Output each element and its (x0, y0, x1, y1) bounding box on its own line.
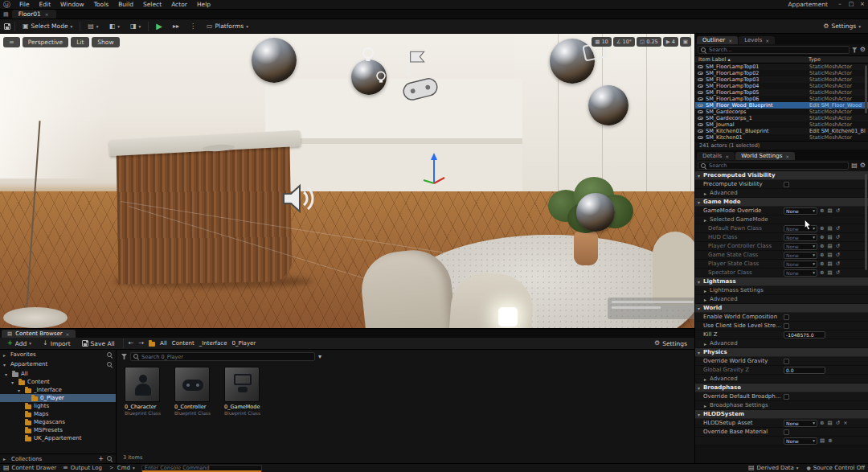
dropdown[interactable]: None▾ (784, 420, 817, 427)
cb-settings-button[interactable]: ⚙Settings (651, 339, 690, 349)
play-options-button[interactable]: ⋮ (186, 22, 199, 31)
snap-setting-badge[interactable]: ▶ 4 (663, 37, 678, 47)
visibility-eye-icon[interactable] (698, 97, 703, 101)
settings-row[interactable]: Precomputed Visibility ▾ (695, 171, 868, 180)
content-drawer-button[interactable]: ▤Content Drawer (3, 465, 56, 471)
outliner-row[interactable]: SM_FloorLampTop05 StaticMeshActor (695, 89, 868, 96)
viewport-options-button[interactable]: ≡ (3, 37, 20, 47)
settings-row[interactable]: Kill Z -1048575.0▾ -1048575.0 (695, 330, 868, 339)
lit-mode-dropdown[interactable]: Lit (71, 37, 89, 47)
number-input[interactable]: 0.0 (784, 367, 825, 374)
settings-row[interactable]: Override World Gravity ▾ (695, 357, 868, 366)
settings-row[interactable]: None▾ None (695, 437, 868, 445)
tree-folder-row[interactable]: 0_Player (0, 394, 116, 402)
snap-setting-badge[interactable]: ∠ 10° (613, 37, 635, 47)
settings-row[interactable]: Global Gravity Z 0.0▾ 0.0 (695, 366, 868, 375)
settings-row[interactable]: Broadphase Settings ▾ (695, 401, 868, 410)
snap-setting-badge[interactable]: ◲ 0.25 (637, 37, 661, 47)
layout-menu-icon[interactable]: ▤ (3, 11, 9, 18)
settings-row[interactable]: Spectator Class None▾ None (695, 269, 868, 277)
menu-item[interactable]: Select (139, 0, 166, 9)
expander-icon[interactable]: ▸ (3, 456, 8, 462)
settings-row[interactable]: Enable World Composition ▾ (695, 313, 868, 322)
add-button[interactable]: +Add▾ (4, 339, 35, 349)
asset-tile[interactable]: 0_Controller Blueprint Class (174, 367, 213, 416)
outliner-row[interactable]: SM_FloorLampTop03 StaticMeshActor (695, 76, 868, 83)
settings-row[interactable]: World ▾ (695, 304, 868, 313)
outliner-row[interactable]: SM_FloorLampTop01 StaticMeshActor (695, 64, 868, 70)
select-mode-dropdown[interactable]: ▣ Select Mode ▾ (19, 21, 76, 31)
property-action-icons[interactable] (820, 243, 841, 249)
settings-row[interactable]: Broadphase ▾ (695, 384, 868, 392)
checkbox[interactable] (784, 323, 789, 329)
reflection-capture-sphere[interactable] (588, 85, 628, 125)
breadcrumb-item[interactable]: _Interface (199, 340, 227, 347)
point-light-sprite[interactable] (498, 307, 518, 326)
close-icon[interactable]: × (66, 331, 70, 337)
tab-details[interactable]: Details× (697, 152, 735, 160)
column-item-label[interactable]: Item Label ▴ (698, 56, 809, 63)
property-action-icons[interactable] (820, 261, 841, 267)
maximize-viewport-button[interactable]: ▣ (680, 37, 691, 47)
breadcrumb-item[interactable]: All (160, 340, 167, 347)
asset-thumbnail[interactable] (125, 367, 160, 402)
details-search-input[interactable]: Search (698, 162, 849, 170)
asset-tile[interactable]: 0_Character Blueprint Class (125, 367, 163, 416)
settings-row[interactable]: Advanced ▾ (695, 375, 868, 384)
add-collection-icon[interactable]: + (98, 456, 104, 462)
dropdown[interactable]: None▾ (784, 269, 817, 277)
source-control-button[interactable]: ●Source Control Off (807, 465, 865, 471)
close-button[interactable]: × (857, 0, 868, 9)
search-icon[interactable] (107, 352, 113, 358)
settings-row[interactable]: Precompute Visibility ▾ (695, 180, 868, 189)
light-bulb-sprite-icon[interactable] (373, 69, 389, 87)
search-icon[interactable] (107, 362, 113, 367)
show-flags-dropdown[interactable]: Show (92, 37, 119, 47)
close-icon[interactable]: × (728, 38, 732, 43)
close-tab-icon[interactable]: × (45, 12, 49, 17)
dropdown[interactable]: None▾ (784, 252, 817, 259)
outliner-row[interactable]: SM_Journal StaticMeshActor (695, 121, 868, 128)
settings-row[interactable]: HLODSetup Asset None▾ None (695, 419, 868, 428)
filter-icon[interactable] (121, 354, 127, 359)
visibility-eye-icon[interactable] (698, 117, 703, 120)
tree-folder-row[interactable]: Maps (0, 410, 116, 418)
details-scrollbar[interactable] (865, 174, 867, 270)
expander-icon[interactable]: ▾ (18, 388, 23, 393)
settings-row[interactable]: Default Pawn Class None▾ None (695, 224, 868, 233)
frame-skip-button[interactable]: ▸▸ (170, 22, 182, 31)
settings-row[interactable]: Player State Class None▾ None (695, 260, 868, 269)
settings-row[interactable]: HUD Class None▾ None (695, 233, 868, 242)
outliner-scrollbar[interactable] (865, 65, 867, 113)
light-bulb-sprite-icon[interactable] (358, 45, 378, 66)
outliner-search-input[interactable]: Search... (698, 46, 850, 54)
asset-search-input[interactable]: Search 0_Player (130, 352, 315, 361)
checkbox[interactable] (784, 182, 789, 187)
outliner-row[interactable]: SM_FloorLampTop04 StaticMeshActor (695, 83, 868, 89)
settings-row[interactable]: Selected GameMode ▾ (695, 215, 868, 224)
forward-icon[interactable]: → (138, 340, 144, 347)
visibility-eye-icon[interactable] (698, 72, 703, 75)
settings-row[interactable]: GameMode Override None▾ None (695, 207, 868, 215)
favorites-header[interactable]: ▸ Favorites (0, 350, 116, 359)
visibility-eye-icon[interactable] (698, 78, 703, 81)
settings-row[interactable]: Advanced ▾ (695, 189, 868, 198)
tree-folder-row[interactable]: MSPresets (0, 426, 116, 434)
blueprints-dropdown[interactable]: ◧▾ (106, 22, 123, 31)
visibility-eye-icon[interactable] (698, 136, 703, 139)
visibility-eye-icon[interactable] (698, 129, 703, 133)
outliner-row[interactable]: SM_Kitchen01_Blueprint Edit SM_Kitchen01… (695, 128, 868, 134)
property-action-icons[interactable] (820, 420, 849, 426)
outliner-row[interactable]: SM_FloorLampTop02 StaticMeshActor (695, 70, 868, 76)
settings-row[interactable]: Use Client Side Level Streaming Volumes … (695, 322, 868, 330)
minimize-button[interactable]: – (834, 0, 845, 9)
save-all-button[interactable]: Save All (79, 339, 118, 349)
outliner-row[interactable]: SM_Kitchen01 StaticMeshActor (695, 134, 868, 141)
outliner-row[interactable]: SM_FloorLampTop06 StaticMeshActor (695, 96, 868, 102)
filter-icon[interactable] (852, 47, 858, 53)
tree-folder-row[interactable]: ▾ All (0, 370, 116, 378)
dropdown[interactable]: None▾ (784, 207, 817, 215)
settings-row[interactable]: Lightmass Settings ▾ (695, 286, 868, 295)
outliner-row[interactable]: SM_Gardecorps StaticMeshActor (695, 109, 868, 115)
property-action-icons[interactable] (820, 269, 841, 276)
